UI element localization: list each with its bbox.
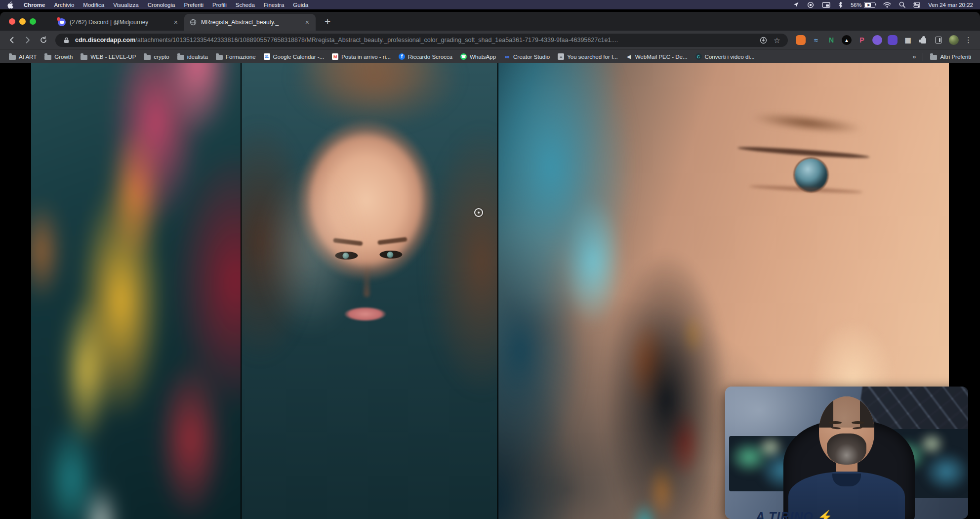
profile-avatar-icon[interactable]	[949, 35, 959, 45]
tab-1[interactable]: (2762) Discord | @Midjourney×	[53, 14, 184, 31]
browser-toolbar: cdn.discordapp.com/attachments/101351233…	[0, 31, 980, 49]
forward-button[interactable]	[21, 33, 35, 47]
bookmark-posta-in-arrivo-ri[interactable]: MPosta in arrivo - ri...	[328, 51, 395, 62]
bookmarks-overflow-button[interactable]: »	[908, 53, 920, 60]
menu-bar-clock[interactable]: Ven 24 mar 20:22	[928, 2, 973, 8]
minimize-window-button[interactable]	[19, 18, 26, 25]
bookmark-formazione[interactable]: Formazione	[212, 51, 260, 62]
url-host: cdn.discordapp.com	[75, 37, 135, 43]
bookmarks-divider	[923, 53, 923, 61]
screen-record-icon[interactable]	[807, 1, 814, 8]
menu-item-visualizza[interactable]: Visualizza	[109, 2, 143, 8]
purple-blob-extension-icon[interactable]	[888, 35, 898, 45]
folder-bookmark-icon	[177, 55, 184, 60]
menu-item-scheda[interactable]: Scheda	[231, 2, 259, 8]
tab-close-icon[interactable]: ×	[172, 18, 179, 26]
folder-bookmark-icon	[81, 55, 87, 60]
apple-logo-icon[interactable]	[7, 1, 13, 8]
menu-bar-status: 56% ▸ Ven 24 mar	[793, 1, 973, 8]
tab-bar: (2762) Discord | @Midjourney×MRregista_A…	[0, 12, 980, 31]
bookmark-items: AI ARTGrowthWEB - LEVEL-UPcryptoidealist…	[5, 51, 759, 62]
purple-circle-extension-icon[interactable]	[872, 35, 882, 45]
bookmark-creator-studio[interactable]: ∞Creator Studio	[500, 51, 554, 62]
midjourney-extension-icon[interactable]: ▲	[842, 35, 852, 45]
bookmark-webmail-pec-de[interactable]: ◀WebMail PEC - De...	[622, 51, 692, 62]
menu-item-guida[interactable]: Guida	[288, 2, 313, 8]
bookmark-star-icon[interactable]: ☆	[772, 35, 782, 45]
bookmark-converti-i-video-di[interactable]: CConverti i video di...	[692, 51, 759, 62]
fullscreen-window-button[interactable]	[30, 18, 36, 25]
bookmark-you-searched-for-i[interactable]: ≡You searched for I...	[554, 51, 622, 62]
window-controls	[9, 18, 36, 25]
tab-label: MRregista_Abstract_beauty._	[201, 19, 300, 26]
close-window-button[interactable]	[9, 18, 15, 25]
screen: ChromeArchivioModificaVisualizzaCronolog…	[0, 0, 980, 519]
folder-icon	[930, 55, 937, 60]
gmail-bookmark-icon: M	[332, 53, 338, 60]
bluetooth-icon[interactable]	[838, 1, 843, 8]
waves-extension-icon[interactable]: ≈	[811, 35, 821, 45]
other-bookmarks-label: Altri Preferiti	[940, 54, 971, 60]
download-icon[interactable]	[758, 35, 768, 45]
calendar-bookmark-icon: 31	[264, 53, 270, 60]
bookmark-growth[interactable]: Growth	[41, 51, 77, 62]
spotlight-search-icon[interactable]	[899, 1, 905, 8]
reload-button[interactable]	[37, 33, 50, 47]
url-text: cdn.discordapp.com/attachments/101351233…	[75, 37, 754, 43]
bookmark-web-level-up[interactable]: WEB - LEVEL-UP	[77, 51, 140, 62]
page-content: A TIRINO ⚡	[0, 63, 980, 519]
new-tab-button[interactable]: +	[322, 16, 333, 27]
webcam-watermark: A TIRINO ⚡	[756, 510, 833, 519]
wifi-icon[interactable]	[883, 2, 891, 8]
webcam-overlay: A TIRINO ⚡	[725, 387, 968, 519]
folder-bookmark-icon	[144, 55, 151, 60]
address-bar[interactable]: cdn.discordapp.com/attachments/101351233…	[55, 34, 788, 47]
bookmark-riccardo-scrocca[interactable]: fRiccardo Scrocca	[395, 51, 456, 62]
url-path: /attachments/1013512335442333816/1088905…	[135, 37, 618, 43]
bookmark-label: Formazione	[226, 54, 256, 60]
bookmark-idealista[interactable]: idealista	[173, 51, 212, 62]
bookmark-whatsapp[interactable]: ☎WhatsApp	[456, 51, 500, 62]
bookmark-label: WEB - LEVEL-UP	[90, 54, 136, 60]
tab-close-icon[interactable]: ×	[304, 18, 311, 26]
bookmark-label: Growth	[54, 54, 73, 60]
menu-item-cronologia[interactable]: Cronologia	[143, 2, 180, 8]
display-mirroring-icon[interactable]	[822, 2, 830, 8]
back-button[interactable]	[5, 33, 19, 47]
orange-extension-icon[interactable]	[796, 35, 806, 45]
puzzle-extension-icon[interactable]	[918, 35, 928, 45]
menu-item-archivio[interactable]: Archivio	[49, 2, 79, 8]
battery-indicator[interactable]: 56% ▸	[851, 2, 875, 8]
location-icon[interactable]	[793, 1, 799, 8]
chrome-menu-button[interactable]: ⋮	[964, 36, 975, 44]
menu-item-finestra[interactable]: Finestra	[259, 2, 289, 8]
control-center-icon[interactable]	[913, 2, 920, 8]
bookmark-label: WebMail PEC - De...	[635, 54, 688, 60]
tab-2[interactable]: MRregista_Abstract_beauty._×	[184, 14, 316, 31]
menu-item-profili[interactable]: Profili	[208, 2, 231, 8]
mouse-cursor	[474, 208, 483, 217]
grid-extension-icon[interactable]: ▦	[903, 35, 913, 45]
bookmark-crypto[interactable]: crypto	[140, 51, 173, 62]
side-panel-extension-icon[interactable]	[934, 35, 943, 45]
menu-item-preferiti[interactable]: Preferiti	[179, 2, 208, 8]
bookmark-label: crypto	[154, 54, 169, 60]
folder-bookmark-icon	[9, 55, 16, 60]
menu-item-chrome[interactable]: Chrome	[19, 2, 49, 8]
bookmark-google-calendar[interactable]: 31Google Calendar -...	[260, 51, 328, 62]
folder-bookmark-icon	[216, 55, 223, 60]
extensions-row: ≈N▲P▦	[793, 35, 962, 45]
globe-favicon-icon	[189, 18, 197, 26]
lock-icon[interactable]	[61, 35, 71, 45]
bookmark-label: Riccardo Scrocca	[408, 54, 452, 60]
pink-p-extension-icon[interactable]: P	[857, 35, 867, 45]
bookmark-label: Creator Studio	[513, 54, 550, 60]
generic-bookmark-icon: ≡	[558, 53, 564, 60]
bookmark-ai-art[interactable]: AI ART	[5, 51, 41, 62]
discord-favicon-icon	[58, 18, 66, 26]
battery-percent: 56%	[851, 2, 861, 8]
menu-item-modifica[interactable]: Modifica	[79, 2, 109, 8]
other-bookmarks-folder[interactable]: Altri Preferiti	[926, 51, 975, 62]
green-n-extension-icon[interactable]: N	[826, 35, 836, 45]
presenter-face	[819, 396, 874, 465]
